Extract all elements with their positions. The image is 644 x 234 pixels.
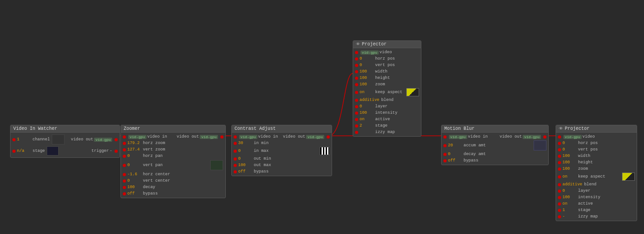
motion-blur-video-in-port[interactable]	[443, 135, 447, 139]
contrast-bypass-row: off bypass	[232, 168, 332, 175]
proj-right-intensity-port[interactable]	[558, 196, 561, 199]
proj-right-zoom-row: 100 zoom	[556, 166, 637, 172]
proj-top-blend-port[interactable]	[355, 99, 358, 102]
video-out-port[interactable]	[115, 138, 118, 141]
contrast-out-max-port[interactable]	[234, 164, 237, 167]
proj-right-layer-port[interactable]	[558, 189, 561, 193]
proj-right-stage-value: 1	[562, 208, 576, 212]
proj-right-width-value: 100	[562, 154, 576, 158]
zoomer-vert-zoom-port[interactable]	[123, 148, 126, 151]
proj-right-zoom-port[interactable]	[558, 167, 561, 171]
proj-top-video-port[interactable]	[355, 51, 358, 54]
proj-top-stage-port[interactable]	[355, 124, 358, 128]
contrast-video-in-port[interactable]	[234, 135, 237, 139]
proj-right-width-port[interactable]	[558, 155, 561, 158]
stage-port[interactable]	[12, 150, 16, 153]
contrast-out-min-port[interactable]	[234, 157, 237, 161]
proj-top-intensity-value: 100	[360, 111, 373, 115]
motion-blur-accum-port[interactable]	[443, 144, 447, 147]
zoomer-horz-center-port[interactable]	[123, 173, 126, 176]
zoomer-bypass-port[interactable]	[123, 192, 126, 195]
zoomer-vert-center-port[interactable]	[123, 179, 126, 183]
contrast-bypass-port[interactable]	[234, 170, 237, 173]
proj-right-layer-label: layer	[578, 189, 590, 193]
contrast-video-out-port[interactable]	[327, 135, 330, 139]
proj-top-stage-value: 2	[360, 123, 373, 128]
zoomer-video-out-port[interactable]	[220, 135, 224, 139]
zoomer-decay-value: 100	[127, 185, 141, 189]
contrast-out-max-label: out max	[254, 163, 271, 167]
zoomer-decay-label: decay	[143, 185, 155, 189]
motion-blur-bypass-port[interactable]	[443, 159, 447, 162]
proj-right-active-label: active	[578, 201, 593, 206]
zoomer-vert-pan-port[interactable]	[123, 164, 126, 167]
zoomer-body: vid-gpu video in video out vid-gpu 179.2…	[121, 133, 225, 198]
proj-right-stage-port[interactable]	[558, 209, 561, 212]
proj-top-width-label: width	[375, 69, 387, 74]
trigger-label: trigger	[92, 149, 109, 153]
zoomer-decay-port[interactable]	[123, 186, 126, 189]
trigger-port[interactable]	[115, 150, 118, 153]
motion-blur-video-out-tag: vid-gpu	[523, 135, 541, 139]
proj-right-izzy-map-port[interactable]	[558, 215, 561, 218]
proj-top-layer-port[interactable]	[355, 105, 358, 108]
proj-top-active-port[interactable]	[355, 118, 358, 121]
zoomer-bypass-value: off	[127, 191, 141, 196]
proj-top-zoom-port[interactable]	[355, 83, 358, 86]
proj-top-vert-pos-label: vert pos	[375, 63, 395, 67]
motion-blur-video-in-tag: vid-gpu	[449, 135, 467, 139]
motion-blur-decay-port[interactable]	[443, 153, 447, 156]
motion-blur-video-out-port[interactable]	[543, 135, 546, 139]
proj-right-horz-pos-label: horz pos	[578, 141, 598, 145]
zoomer-horz-center-label: horz center	[143, 172, 170, 177]
proj-top-zoom-row: 100 zoom	[353, 81, 421, 88]
zoomer-horz-zoom-port[interactable]	[123, 142, 126, 145]
proj-top-keep-aspect-port[interactable]	[355, 91, 358, 94]
proj-right-keep-aspect-port[interactable]	[558, 175, 561, 178]
proj-top-vert-pos-row: 0 vert pos	[353, 62, 421, 68]
stage-left: n/a stage	[12, 146, 59, 156]
proj-top-izzy-map-port[interactable]	[355, 131, 358, 134]
projector-top-body: vid-gpu video 0 horz pos 0 vert pos 100 …	[353, 48, 421, 136]
motion-blur-video-in-row: vid-gpu video in video out vid-gpu	[442, 134, 548, 140]
proj-top-width-port[interactable]	[355, 70, 358, 73]
motion-blur-video-out-right: video out vid-gpu	[500, 134, 546, 139]
contrast-in-min-port[interactable]	[234, 142, 237, 145]
proj-top-vert-pos-port[interactable]	[355, 64, 358, 67]
contrast-in-min-label: in min	[254, 141, 268, 145]
proj-top-horz-pos-port[interactable]	[355, 57, 358, 61]
motion-blur-video-in-left: vid-gpu video in	[443, 134, 488, 139]
zoomer-horz-pan-port[interactable]	[123, 155, 126, 158]
contrast-video-out-label: video out	[283, 134, 306, 139]
contrast-adjust-node: Contrast Adjust vid-gpu video in video o…	[231, 125, 332, 176]
zoomer-vert-center-label: vert center	[143, 178, 170, 183]
zoomer-vert-zoom-row: 127.4 vert zoom	[121, 146, 225, 153]
proj-top-zoom-label: zoom	[375, 82, 385, 87]
contrast-icon	[320, 147, 330, 155]
proj-right-blend-port[interactable]	[558, 183, 561, 186]
proj-top-video-label: video	[380, 50, 392, 55]
proj-right-layer-row: 0 layer	[556, 188, 637, 194]
projector-right-node: 👁 Projector vid-gpu video 0 horz pos 0 v…	[556, 125, 637, 221]
proj-right-video-port[interactable]	[558, 135, 561, 139]
zoomer-horz-center-row: -1.6 horz center	[121, 171, 225, 178]
proj-right-active-value: on	[562, 201, 576, 206]
proj-right-izzy-map-row: - izzy map	[556, 213, 637, 220]
proj-right-active-port[interactable]	[558, 202, 561, 206]
proj-right-vert-pos-port[interactable]	[558, 148, 561, 151]
proj-right-vert-pos-row: 0 vert pos	[556, 146, 637, 153]
contrast-out-min-label: out min	[254, 156, 271, 161]
proj-top-intensity-port[interactable]	[355, 111, 358, 115]
zoomer-vert-zoom-value: 127.4	[127, 147, 141, 152]
proj-top-keep-aspect-label: keep aspect	[375, 90, 402, 95]
zoomer-video-out-tag: vid-gpu	[200, 135, 218, 139]
proj-top-height-port[interactable]	[355, 77, 358, 80]
proj-right-active-row: on active	[556, 201, 637, 207]
zoomer-vert-pan-label: vert pan	[143, 163, 163, 167]
channel-port[interactable]	[12, 138, 16, 141]
zoomer-video-in-port[interactable]	[123, 135, 126, 139]
proj-right-height-port[interactable]	[558, 161, 561, 164]
contrast-in-max-port[interactable]	[234, 150, 237, 153]
proj-top-video-tag: vid-gpu	[360, 50, 379, 55]
proj-right-horz-pos-port[interactable]	[558, 142, 561, 145]
